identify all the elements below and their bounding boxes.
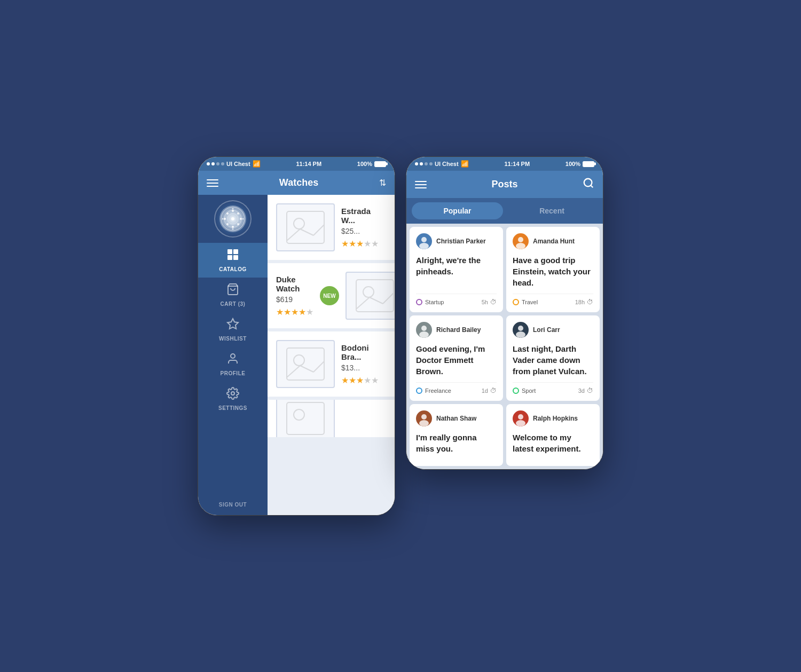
product-price-3: $13... (341, 363, 386, 372)
svg-point-50 (516, 331, 525, 338)
signout-button[interactable]: SIGN OUT (198, 494, 268, 515)
sidebar-item-cart[interactable]: CART (3) (198, 278, 268, 312)
svg-point-11 (232, 208, 234, 210)
tab-bar: Popular Recent (406, 198, 603, 224)
svg-point-35 (294, 355, 304, 366)
svg-point-52 (419, 420, 429, 426)
svg-point-44 (419, 243, 429, 249)
profile-icon (226, 352, 239, 368)
catalog-label: CATALOG (219, 266, 246, 272)
product-image-3 (276, 340, 335, 388)
profile-label: PROFILE (221, 370, 246, 376)
svg-rect-34 (287, 348, 324, 380)
post-card-2[interactable]: Amanda Hunt Have a good trip Einstein, w… (506, 227, 600, 312)
new-badge: NEW (320, 286, 339, 305)
category-label-1: Startup (425, 299, 444, 305)
product-stars-3: ★★★★★ (341, 375, 386, 385)
svg-point-9 (226, 223, 229, 225)
search-button[interactable] (583, 177, 594, 192)
watches-header: Watches ⇅ (198, 171, 395, 195)
post-time-3: 1d ⏱ (482, 387, 497, 394)
battery-percent-right: 100% (566, 161, 580, 167)
svg-line-37 (300, 366, 313, 372)
clock-icon-3: ⏱ (490, 387, 497, 394)
post-author-6: Ralph Hopkins (513, 410, 593, 426)
sidebar-item-settings[interactable]: SETTINGS (198, 382, 268, 416)
product-card-3[interactable]: Bodoni Bra... $13... ★★★★★ (268, 331, 395, 397)
svg-point-54 (516, 420, 525, 426)
catalog-icon (226, 248, 239, 264)
category-label-3: Freelance (425, 388, 451, 394)
time-display-right: 11:14 PM (504, 161, 530, 167)
sort-button[interactable]: ⇅ (379, 178, 386, 188)
phone-posts: UI Chest 📶 11:14 PM 100% Posts (406, 156, 603, 470)
post-author-3: Richard Bailey (416, 322, 497, 338)
svg-point-51 (421, 414, 427, 420)
svg-point-8 (237, 212, 239, 215)
post-card-3[interactable]: Richard Bailey Good evening, I'm Doctor … (410, 315, 503, 401)
category-dot-2 (513, 299, 519, 305)
sidebar-item-profile[interactable]: PROFILE (198, 347, 268, 382)
tab-popular[interactable]: Popular (412, 202, 503, 219)
settings-label: SETTINGS (218, 405, 247, 411)
svg-point-46 (516, 243, 525, 249)
post-footer-3: Freelance 1d ⏱ (416, 382, 497, 394)
post-category-4: Sport (513, 388, 536, 394)
product-info-3: Bodoni Bra... $13... ★★★★★ (341, 343, 386, 385)
svg-point-14 (242, 218, 244, 220)
svg-point-30 (363, 287, 374, 297)
author-name-4: Lori Carr (533, 326, 560, 334)
svg-point-7 (226, 212, 229, 215)
svg-point-40 (294, 409, 304, 420)
post-content-1: Alright, we're the pinheads. (416, 255, 497, 288)
svg-line-31 (356, 297, 370, 309)
product-image-2 (345, 272, 395, 320)
posts-title: Posts (427, 179, 583, 190)
post-time-4: 3d ⏱ (578, 387, 593, 394)
hamburger-button[interactable] (207, 179, 218, 187)
post-card-4[interactable]: Lori Carr Last night, Darth Vader came d… (506, 315, 600, 401)
sidebar: CATALOG CART (3) (198, 195, 268, 515)
sidebar-item-wishlist[interactable]: WISHLIST (198, 312, 268, 347)
svg-point-15 (231, 217, 234, 220)
author-name-3: Richard Bailey (436, 326, 481, 334)
product-price-1: $25... (341, 227, 386, 235)
product-card-4[interactable] (268, 400, 395, 437)
battery-icon (374, 161, 386, 167)
svg-point-5 (224, 218, 226, 220)
post-card-1[interactable]: Christian Parker Alright, we're the pinh… (410, 227, 503, 312)
product-card-2[interactable]: Duke Watch $619 ★★★★★ NEW (268, 263, 395, 328)
svg-point-49 (518, 326, 523, 331)
post-card-6[interactable]: Ralph Hopkins Welcome to my latest exper… (506, 404, 600, 466)
post-author-2: Amanda Hunt (513, 233, 593, 249)
svg-line-38 (313, 361, 324, 372)
product-card-1[interactable]: Estrada W... $25... ★★★★★ (268, 195, 395, 260)
watches-title: Watches (279, 177, 318, 188)
post-card-5[interactable]: Nathan Shaw I'm really gonna miss you. (410, 404, 503, 466)
svg-point-47 (421, 326, 427, 331)
clock-icon-2: ⏱ (587, 298, 593, 306)
svg-line-32 (370, 297, 383, 304)
svg-point-22 (231, 354, 235, 358)
tab-recent[interactable]: Recent (506, 202, 598, 219)
svg-rect-18 (227, 255, 232, 260)
product-image-1 (276, 203, 335, 251)
product-stars-2: ★★★★★ (276, 307, 313, 317)
avatar-christian (416, 233, 432, 249)
signal-dot-r4 (429, 162, 433, 165)
status-bar-left: UI Chest 📶 11:14 PM 100% (198, 157, 395, 171)
avatar-nathan (416, 410, 432, 426)
wishlist-label: WISHLIST (219, 336, 247, 342)
main-content: CATALOG CART (3) (198, 195, 395, 515)
carrier-label: UI Chest (226, 161, 250, 167)
cart-label: CART (3) (221, 301, 246, 307)
product-info-2: Duke Watch $619 ★★★★★ (276, 275, 313, 317)
avatar-lori (513, 322, 529, 338)
svg-line-33 (383, 293, 394, 304)
hamburger-button-right[interactable] (415, 181, 427, 188)
svg-rect-29 (356, 280, 394, 312)
sidebar-item-catalog[interactable]: CATALOG (198, 243, 268, 278)
post-content-5: I'm really gonna miss you. (416, 432, 497, 454)
svg-point-10 (237, 223, 239, 225)
time-value-3: 1d (482, 388, 488, 394)
